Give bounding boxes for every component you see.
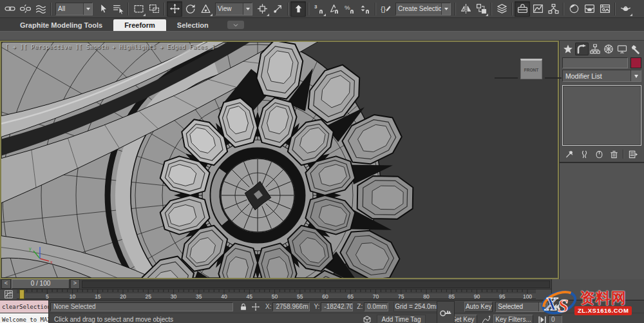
modifier-stack[interactable] bbox=[562, 85, 641, 146]
set-key-mode-curve-icon[interactable] bbox=[480, 314, 492, 323]
render-setup[interactable] bbox=[582, 1, 597, 17]
percent-snap-toggle[interactable]: % bbox=[342, 1, 357, 17]
z-coordinate-field[interactable]: 0.0mm bbox=[364, 302, 388, 311]
add-time-tag-button[interactable]: Add Time Tag bbox=[377, 315, 426, 323]
manage-layers[interactable] bbox=[494, 1, 509, 17]
command-panel-tabs bbox=[560, 41, 644, 56]
isolate-selection-icon[interactable] bbox=[361, 314, 373, 323]
ribbon-minimize-button[interactable] bbox=[227, 21, 244, 29]
viewport-label[interactable]: [ + ][ Perspective ][ Smooth + Highlight… bbox=[5, 44, 215, 50]
toolbar-separator bbox=[511, 3, 513, 15]
x-coordinate-field[interactable]: 2758.966m bbox=[272, 302, 310, 311]
select-and-link[interactable] bbox=[2, 1, 17, 17]
schematic-view[interactable] bbox=[545, 1, 561, 17]
panel-tab-utilities[interactable] bbox=[629, 43, 642, 55]
ribbon-tab-selection[interactable]: Selection bbox=[166, 19, 220, 31]
modifier-list-label: Modifier List bbox=[563, 72, 630, 80]
align[interactable] bbox=[473, 1, 489, 17]
selection-status-field: None Selected bbox=[50, 302, 233, 311]
time-slider: < 0 / 100 > bbox=[0, 279, 551, 289]
modifier-stack-buttons bbox=[560, 147, 644, 161]
toolbar-separator bbox=[287, 3, 289, 15]
select-and-manipulate[interactable] bbox=[270, 1, 285, 17]
panel-tab-display[interactable] bbox=[615, 43, 629, 55]
viewcube-compass-line bbox=[545, 77, 562, 79]
select-and-move[interactable] bbox=[167, 1, 182, 17]
svg-text:70: 70 bbox=[373, 293, 379, 300]
set-keys-button[interactable] bbox=[437, 301, 455, 323]
ribbon-strip bbox=[0, 32, 644, 41]
unlink-selection[interactable] bbox=[17, 1, 33, 17]
selection-filter-dropdown[interactable]: All bbox=[55, 3, 93, 15]
panel-tab-hierarchy[interactable] bbox=[589, 43, 602, 55]
svg-text:S: S bbox=[558, 295, 569, 316]
svg-text:45: 45 bbox=[247, 293, 253, 300]
track-bar-ruler[interactable]: 0510152025303540455055606570758085909510… bbox=[17, 289, 536, 299]
make-unique-button[interactable] bbox=[592, 148, 605, 160]
select-and-rotate[interactable] bbox=[182, 1, 198, 17]
watermark-url: ZL.XS1616.COM bbox=[574, 306, 632, 315]
panel-tab-modify[interactable] bbox=[575, 43, 589, 55]
svg-text:50: 50 bbox=[272, 293, 278, 300]
rollout-area bbox=[560, 162, 644, 279]
remove-modifier-button[interactable] bbox=[607, 148, 620, 160]
render-production[interactable] bbox=[618, 1, 633, 17]
open-mini-curve-editor-button[interactable] bbox=[0, 289, 17, 299]
show-end-result-button[interactable] bbox=[578, 148, 591, 160]
watermark-site-name: 资料网 bbox=[580, 290, 627, 306]
svg-text:95: 95 bbox=[499, 293, 506, 300]
graphite-ribbon-toggle[interactable] bbox=[515, 1, 530, 17]
window-crossing-toggle[interactable] bbox=[146, 1, 162, 17]
material-editor[interactable] bbox=[566, 1, 582, 17]
panel-tab-create[interactable] bbox=[562, 43, 575, 55]
track-bar: 0510152025303540455055606570758085909510… bbox=[0, 289, 551, 299]
edit-named-selection-sets[interactable]: {} bbox=[378, 1, 393, 17]
svg-text:15: 15 bbox=[95, 293, 101, 300]
absolute-offset-transform-icon[interactable] bbox=[249, 301, 261, 312]
time-slider-next-button[interactable]: > bbox=[70, 279, 80, 289]
object-name-field[interactable] bbox=[562, 57, 628, 68]
rendered-frame-window[interactable] bbox=[597, 1, 612, 17]
maxscript-listener-line2[interactable]: Welcome to MAX! bbox=[0, 313, 49, 323]
panel-tab-motion[interactable] bbox=[601, 43, 615, 55]
svg-text:10: 10 bbox=[70, 293, 76, 300]
perspective-viewport[interactable]: xy [ + ][ Perspective ][ Smooth + Highli… bbox=[0, 41, 559, 279]
toolbar-separator bbox=[375, 3, 376, 15]
watermark-logo: X S bbox=[540, 284, 578, 320]
configure-modifier-sets-button[interactable] bbox=[627, 148, 639, 160]
modifier-list-dropdown[interactable]: Modifier List bbox=[562, 70, 641, 82]
snaps-toggle-3d[interactable]: 3 bbox=[311, 1, 327, 17]
toolbar-separator bbox=[50, 3, 52, 15]
time-slider-prev-button[interactable]: < bbox=[1, 279, 11, 289]
rectangular-selection-region[interactable] bbox=[131, 1, 146, 17]
key-filters-button[interactable]: Key Filters... bbox=[493, 315, 533, 323]
spinner-snap-toggle[interactable] bbox=[357, 1, 373, 17]
chevron-down-icon bbox=[83, 3, 92, 15]
object-color-swatch[interactable] bbox=[630, 57, 641, 68]
y-coordinate-field[interactable]: -18242.70 bbox=[321, 302, 353, 311]
angle-snap-toggle[interactable] bbox=[327, 1, 342, 17]
mirror[interactable] bbox=[458, 1, 473, 17]
bind-to-space-warp[interactable] bbox=[33, 1, 48, 17]
time-slider-track[interactable] bbox=[82, 280, 550, 288]
chevron-down-icon bbox=[630, 70, 641, 81]
toolbar-separator bbox=[614, 3, 616, 15]
viewport-canvas: xy bbox=[1, 42, 558, 278]
ribbon-tab-freeform[interactable]: Freeform bbox=[113, 19, 166, 31]
time-slider-grip[interactable]: 0 / 100 bbox=[12, 279, 70, 289]
reference-coordinate-dropdown[interactable]: View bbox=[215, 3, 252, 15]
curve-editor[interactable] bbox=[530, 1, 545, 17]
select-object[interactable] bbox=[95, 1, 110, 17]
ribbon-tab-graphite-modeling-tools[interactable]: Graphite Modeling Tools bbox=[9, 19, 113, 31]
selection-lock-icon[interactable] bbox=[237, 301, 249, 312]
select-by-name[interactable] bbox=[110, 1, 126, 17]
svg-text:y: y bbox=[29, 246, 32, 251]
use-pivot-point-center[interactable] bbox=[254, 1, 270, 17]
named-selection-sets-dropdown[interactable]: Create Selection Se bbox=[395, 3, 451, 15]
viewcube[interactable]: FRONT bbox=[520, 59, 542, 79]
auto-key-button[interactable]: Auto Key bbox=[464, 302, 493, 312]
select-and-uniform-scale[interactable] bbox=[198, 1, 213, 17]
keyboard-shortcut-override-toggle[interactable] bbox=[290, 1, 306, 17]
pin-stack-button[interactable] bbox=[563, 148, 576, 160]
maxscript-listener-line1[interactable]: clearSelection bbox=[0, 300, 49, 313]
